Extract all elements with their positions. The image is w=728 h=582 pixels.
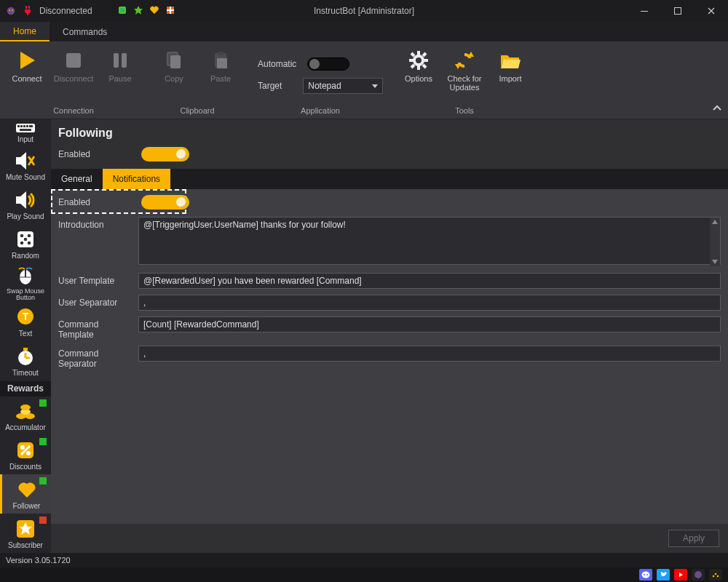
youtube-button[interactable]: [674, 569, 687, 581]
svg-rect-9: [641, 11, 648, 12]
page-enabled-label: Enabled: [58, 149, 135, 159]
page-enabled-switch[interactable]: [141, 147, 189, 162]
svg-marker-40: [16, 191, 26, 209]
folder-open-icon: [498, 48, 523, 73]
scroll-down-icon: [710, 258, 720, 266]
copy-icon: [162, 48, 186, 73]
discord-button[interactable]: [639, 569, 652, 581]
sidebar-item-text[interactable]: T Text: [0, 303, 51, 342]
disconnect-button[interactable]: Disconnect: [54, 45, 93, 83]
svg-rect-33: [17, 125, 20, 127]
status-tag-icon: [39, 399, 47, 407]
svg-point-60: [20, 445, 25, 450]
sidebar-header-rewards: Rewards: [0, 381, 51, 396]
tab-notifications[interactable]: Notifications: [103, 169, 170, 189]
user-separator-input[interactable]: [138, 295, 721, 311]
command-template-label: Command Template: [58, 316, 134, 340]
copy-button[interactable]: Copy: [154, 45, 194, 83]
introduction-input[interactable]: [138, 217, 721, 265]
menu-tab-commands[interactable]: Commands: [50, 22, 120, 41]
sidebar-item-accumulator[interactable]: Accumulator: [0, 396, 51, 436]
target-label: Target: [258, 81, 297, 91]
svg-point-0: [7, 7, 15, 15]
sidebar-item-subscriber[interactable]: Subscriber: [0, 514, 51, 553]
svg-marker-65: [712, 220, 718, 224]
apply-button[interactable]: Apply: [668, 530, 719, 547]
svg-marker-39: [16, 152, 26, 170]
maximize-button[interactable]: [661, 0, 695, 22]
svg-rect-35: [23, 125, 25, 127]
user-template-input[interactable]: [138, 273, 721, 289]
pause-button[interactable]: Pause: [100, 45, 140, 83]
notif-enabled-switch[interactable]: [141, 195, 189, 210]
twitter-button[interactable]: [657, 569, 670, 581]
svg-point-67: [642, 572, 650, 578]
titlebar-emote-3: [149, 5, 159, 17]
svg-rect-10: [675, 8, 681, 15]
svg-point-46: [28, 241, 31, 244]
sidebar-item-discounts[interactable]: Discounts: [0, 435, 51, 474]
titlebar-emote-2: [133, 5, 143, 17]
dots-icon: [711, 570, 720, 579]
sidebar-item-mute-sound[interactable]: Mute Sound: [0, 146, 51, 186]
social-extra-1[interactable]: [692, 569, 705, 581]
ribbon-group-tools: Options Check for Updates Import Tools: [393, 42, 536, 119]
svg-rect-12: [66, 53, 81, 68]
automatic-toggle[interactable]: [307, 57, 349, 71]
scroll-up-icon: [710, 218, 720, 226]
textarea-scrollbar[interactable]: [710, 218, 720, 266]
command-template-input[interactable]: [138, 316, 721, 332]
svg-rect-4: [120, 8, 124, 12]
options-button[interactable]: Options: [400, 45, 437, 83]
command-separator-input[interactable]: [138, 346, 721, 362]
tab-general[interactable]: General: [51, 169, 103, 189]
sidebar: Input Mute Sound Play Sound Random Swap …: [0, 119, 51, 553]
sidebar-item-swap-mouse[interactable]: Swap Mouse Button: [0, 263, 51, 303]
page-title: Following: [51, 119, 728, 143]
titlebar-emote-4: [165, 5, 175, 17]
sidebar-item-follower[interactable]: Follower: [0, 474, 51, 514]
close-button[interactable]: [695, 0, 728, 22]
ribbon-caption-connection: Connection: [53, 104, 94, 117]
ribbon-group-clipboard: Copy Paste Clipboard: [147, 42, 248, 119]
svg-line-28: [423, 53, 426, 56]
social-extra-2[interactable]: [709, 569, 722, 581]
svg-point-1: [9, 9, 10, 11]
user-separator-label: User Separator: [58, 295, 134, 308]
svg-marker-5: [134, 6, 143, 15]
connect-button[interactable]: Connect: [7, 45, 47, 83]
automatic-label: Automatic: [258, 59, 301, 69]
svg-rect-19: [217, 58, 227, 68]
import-button[interactable]: Import: [492, 45, 529, 83]
content-tabs: General Notifications: [51, 169, 728, 189]
sidebar-item-input[interactable]: Input: [0, 119, 51, 146]
notifications-pane: Enabled Introduction User Template: [51, 189, 728, 524]
paste-button[interactable]: Paste: [201, 45, 240, 83]
svg-rect-14: [122, 53, 127, 68]
svg-point-45: [20, 241, 24, 244]
keyboard-icon: [15, 122, 36, 134]
sidebar-item-timeout[interactable]: Timeout: [0, 342, 51, 381]
plug-disconnected-icon: [22, 4, 33, 18]
command-separator-label: Command Separator: [58, 346, 134, 369]
app-icon: [6, 6, 16, 16]
svg-marker-66: [712, 260, 718, 264]
play-icon: [15, 48, 39, 73]
star-icon: [15, 518, 36, 540]
svg-point-43: [28, 234, 31, 237]
svg-rect-16: [170, 55, 181, 68]
menu-tab-home[interactable]: Home: [0, 22, 50, 41]
sidebar-item-random[interactable]: Random: [0, 224, 51, 263]
check-updates-button[interactable]: Check for Updates: [444, 45, 485, 92]
minimize-button[interactable]: [628, 0, 661, 22]
main-panel: Following Enabled General Notifications …: [51, 119, 728, 553]
target-select[interactable]: Notepad: [303, 78, 383, 94]
ribbon-collapse-button[interactable]: [712, 103, 722, 116]
svg-rect-32: [16, 124, 35, 132]
stop-icon: [61, 48, 86, 73]
speaker-mute-icon: [15, 150, 36, 172]
svg-point-68: [644, 574, 645, 575]
sidebar-item-play-sound[interactable]: Play Sound: [0, 185, 51, 224]
connection-status-text: Disconnected: [39, 6, 92, 16]
status-tag-icon: [39, 477, 47, 485]
